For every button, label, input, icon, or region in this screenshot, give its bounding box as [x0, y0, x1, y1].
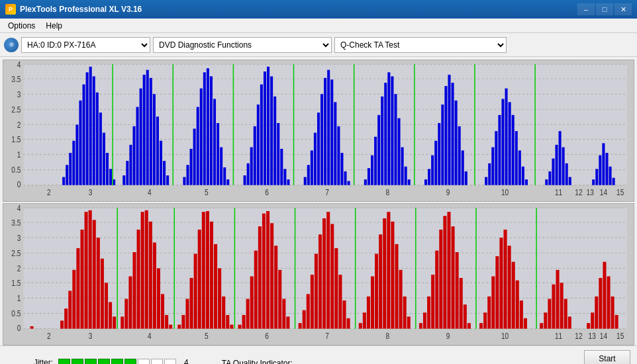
- test-select[interactable]: Q-Check TA Test: [334, 37, 507, 53]
- svg-rect-61: [217, 123, 219, 185]
- svg-rect-282: [443, 216, 446, 328]
- svg-rect-300: [520, 300, 523, 329]
- svg-rect-51: [183, 177, 185, 185]
- start-button[interactable]: Start: [584, 350, 630, 365]
- svg-rect-107: [401, 147, 404, 185]
- svg-rect-53: [190, 149, 193, 185]
- svg-text:1.5: 1.5: [11, 279, 21, 287]
- svg-rect-66: [244, 175, 246, 185]
- title-controls[interactable]: – □ ✕: [577, 3, 632, 15]
- svg-text:9: 9: [446, 189, 450, 197]
- menu-help[interactable]: Help: [40, 20, 68, 32]
- svg-rect-97: [368, 168, 370, 185]
- svg-rect-221: [185, 299, 189, 329]
- svg-rect-213: [153, 242, 156, 328]
- svg-rect-308: [560, 283, 564, 328]
- svg-rect-81: [304, 177, 307, 185]
- svg-rect-211: [145, 210, 148, 329]
- svg-rect-276: [419, 323, 422, 329]
- svg-rect-315: [603, 262, 606, 329]
- svg-rect-22: [69, 153, 72, 185]
- jitter-value: 4: [184, 358, 189, 365]
- svg-rect-74: [270, 76, 273, 185]
- svg-rect-258: [338, 275, 342, 329]
- app-icon-letter: P: [9, 6, 13, 13]
- svg-rect-235: [242, 315, 246, 329]
- svg-rect-196: [85, 212, 88, 328]
- svg-rect-57: [203, 72, 206, 185]
- svg-rect-70: [257, 105, 260, 185]
- svg-rect-193: [72, 270, 75, 329]
- svg-text:6: 6: [265, 332, 269, 341]
- svg-rect-313: [595, 296, 598, 329]
- svg-rect-234: [238, 325, 241, 329]
- menu-options[interactable]: Options: [3, 20, 40, 32]
- svg-rect-106: [398, 118, 401, 185]
- svg-rect-109: [408, 179, 411, 185]
- bottom-panel: Jitter: 4 Peak Shift:: [0, 345, 637, 364]
- svg-rect-209: [137, 230, 140, 329]
- svg-rect-219: [177, 325, 181, 329]
- svg-rect-297: [508, 246, 511, 328]
- jitter-seg-1: [58, 359, 70, 365]
- svg-rect-271: [395, 244, 398, 329]
- svg-text:15: 15: [616, 189, 624, 197]
- svg-rect-38: [129, 145, 132, 185]
- svg-rect-236: [246, 299, 250, 329]
- svg-rect-267: [379, 234, 382, 328]
- svg-rect-210: [141, 212, 144, 328]
- svg-text:0.5: 0.5: [11, 166, 21, 175]
- svg-rect-100: [377, 115, 380, 185]
- svg-rect-269: [387, 212, 390, 328]
- svg-rect-45: [153, 94, 156, 185]
- svg-rect-89: [330, 79, 333, 185]
- svg-rect-280: [435, 251, 438, 329]
- svg-rect-208: [132, 252, 136, 329]
- svg-text:4: 4: [17, 204, 21, 212]
- svg-rect-212: [149, 222, 152, 329]
- svg-rect-113: [431, 156, 434, 185]
- svg-rect-101: [381, 97, 383, 185]
- svg-rect-112: [428, 169, 430, 185]
- svg-rect-118: [448, 75, 450, 185]
- svg-rect-36: [122, 175, 125, 185]
- svg-rect-294: [495, 256, 499, 329]
- svg-rect-125: [485, 177, 487, 185]
- svg-rect-227: [210, 222, 213, 329]
- svg-rect-318: [615, 315, 618, 329]
- svg-rect-116: [441, 105, 444, 185]
- svg-text:2: 2: [47, 189, 51, 197]
- svg-rect-259: [342, 300, 346, 329]
- svg-rect-79: [287, 179, 289, 185]
- svg-rect-52: [186, 165, 189, 185]
- svg-rect-268: [383, 218, 386, 329]
- maximize-button[interactable]: □: [596, 3, 613, 15]
- svg-rect-62: [220, 147, 222, 185]
- svg-rect-85: [317, 113, 320, 185]
- svg-rect-129: [498, 115, 501, 185]
- svg-rect-194: [76, 248, 79, 329]
- drive-select[interactable]: HA:0 ID:0 PX-716A: [21, 37, 150, 53]
- svg-text:2: 2: [47, 332, 51, 341]
- svg-rect-34: [109, 169, 112, 185]
- jitter-seg-3: [85, 359, 97, 365]
- svg-rect-126: [488, 163, 491, 185]
- close-button[interactable]: ✕: [614, 3, 632, 15]
- svg-rect-254: [322, 218, 326, 329]
- main-content: 4 3.5 3 2.5 2 1.5 1 0.5 0: [0, 57, 637, 345]
- function-select[interactable]: DVD Diagnostic Functions: [153, 37, 332, 53]
- svg-rect-23: [72, 141, 75, 185]
- svg-rect-25: [79, 101, 81, 185]
- svg-rect-149: [599, 156, 601, 185]
- svg-rect-136: [522, 167, 524, 185]
- svg-rect-229: [218, 268, 221, 328]
- svg-rect-278: [427, 296, 430, 329]
- minimize-button[interactable]: –: [577, 3, 595, 15]
- svg-rect-231: [226, 315, 229, 329]
- svg-text:3: 3: [89, 189, 93, 197]
- svg-rect-272: [399, 270, 403, 329]
- svg-rect-135: [518, 150, 521, 185]
- svg-text:8: 8: [385, 332, 389, 341]
- svg-rect-42: [143, 75, 146, 185]
- svg-rect-146: [569, 177, 571, 185]
